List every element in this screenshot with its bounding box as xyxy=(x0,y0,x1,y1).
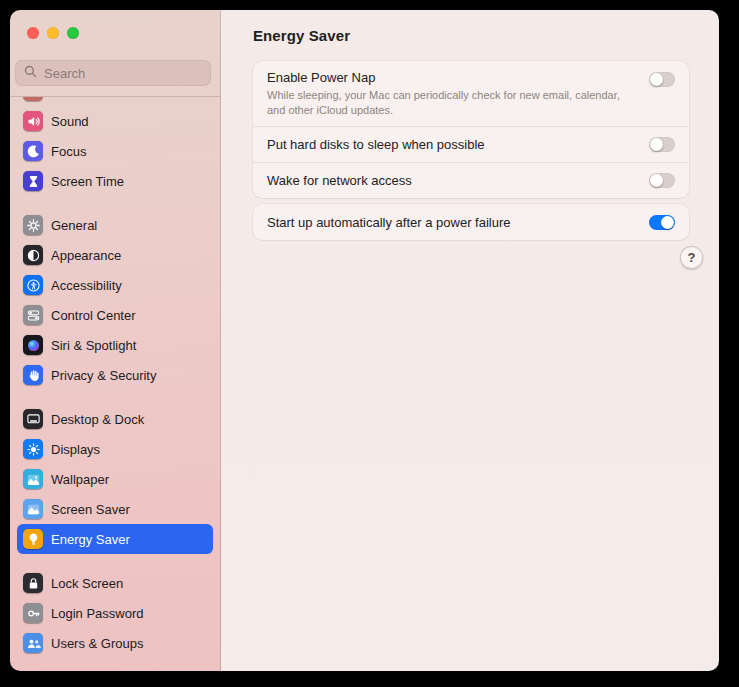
sidebar-item-accessibility[interactable]: Accessibility xyxy=(17,270,213,300)
gear-icon xyxy=(23,215,43,235)
toggle-knob xyxy=(661,216,674,229)
sidebar-item-label: Control Center xyxy=(51,308,136,323)
setting-text: Wake for network access xyxy=(267,173,412,188)
sidebar-item-screen-saver[interactable]: Screen Saver xyxy=(17,494,213,524)
toggle-knob xyxy=(650,73,663,86)
sidebar-item-label: Displays xyxy=(51,442,100,457)
users-icon xyxy=(23,633,43,653)
control-center-icon xyxy=(23,305,43,325)
search-icon xyxy=(24,64,37,82)
setting-text: Put hard disks to sleep when possible xyxy=(267,137,485,152)
setting-label: Put hard disks to sleep when possible xyxy=(267,137,485,152)
sidebar-item-label: Wallpaper xyxy=(51,472,109,487)
speaker-icon xyxy=(23,111,43,131)
sidebar: SoundFocusScreen TimeGeneralAppearanceAc… xyxy=(10,10,221,671)
search-input[interactable] xyxy=(42,65,202,82)
sidebar-item-label: Lock Screen xyxy=(51,576,123,591)
wallpaper-icon xyxy=(23,469,43,489)
sidebar-item-label: Accessibility xyxy=(51,278,122,293)
window-controls xyxy=(10,10,220,39)
sidebar-item-label: General xyxy=(51,218,97,233)
desktop-dock-icon xyxy=(23,409,43,429)
start-up-automatically-after-a-power-failure-toggle[interactable] xyxy=(649,215,675,230)
setting-label: Wake for network access xyxy=(267,173,412,188)
enable-power-nap-toggle[interactable] xyxy=(649,72,675,87)
sidebar-item-partial[interactable] xyxy=(17,96,213,106)
sidebar-item-label: Screen Saver xyxy=(51,502,130,517)
settings-row-put-hard-disks-to-sleep-when-possible: Put hard disks to sleep when possible xyxy=(253,126,689,162)
setting-description: While sleeping, your Mac can periodicall… xyxy=(267,88,633,117)
sidebar-item-label: Appearance xyxy=(51,248,121,263)
sidebar-list[interactable]: SoundFocusScreen TimeGeneralAppearanceAc… xyxy=(10,96,220,671)
sidebar-item-screen-time[interactable]: Screen Time xyxy=(17,166,213,196)
sidebar-item-control-center[interactable]: Control Center xyxy=(17,300,213,330)
sidebar-item-desktop-and-dock[interactable]: Desktop & Dock xyxy=(17,404,213,434)
sidebar-item-login-password[interactable]: Login Password xyxy=(17,598,213,628)
sidebar-item-siri-and-spotlight[interactable]: Siri & Spotlight xyxy=(17,330,213,360)
lightbulb-icon xyxy=(23,529,43,549)
settings-row-enable-power-nap: Enable Power NapWhile sleeping, your Mac… xyxy=(253,61,689,126)
lock-icon xyxy=(23,573,43,593)
appearance-icon xyxy=(23,245,43,265)
sidebar-group: Lock ScreenLogin PasswordUsers & Groups xyxy=(17,568,213,658)
settings-row-start-up-automatically-after-a-power-failure: Start up automatically after a power fai… xyxy=(253,204,689,240)
wake-for-network-access-toggle[interactable] xyxy=(649,173,675,188)
settings-group-card: Enable Power NapWhile sleeping, your Mac… xyxy=(253,61,689,198)
setting-label: Start up automatically after a power fai… xyxy=(267,215,511,230)
toggle-knob xyxy=(650,138,663,151)
sidebar-item-energy-saver[interactable]: Energy Saver xyxy=(17,524,213,554)
toggle-knob xyxy=(650,174,663,187)
sidebar-group: SoundFocusScreen Time xyxy=(17,96,213,196)
siri-icon xyxy=(23,335,43,355)
sidebar-item-label: Screen Time xyxy=(51,174,124,189)
hourglass-icon xyxy=(23,171,43,191)
put-hard-disks-to-sleep-when-possible-toggle[interactable] xyxy=(649,137,675,152)
sidebar-item-label: Login Password xyxy=(51,606,144,621)
screenshot-stage: SoundFocusScreen TimeGeneralAppearanceAc… xyxy=(0,0,739,687)
close-button[interactable] xyxy=(27,27,39,39)
sidebar-item-privacy-and-security[interactable]: Privacy & Security xyxy=(17,360,213,390)
key-icon xyxy=(23,603,43,623)
minimize-button[interactable] xyxy=(47,27,59,39)
moon-icon xyxy=(23,141,43,161)
sidebar-item-label: Privacy & Security xyxy=(51,368,156,383)
setting-label: Enable Power Nap xyxy=(267,70,633,85)
help-button[interactable]: ? xyxy=(680,246,703,269)
sidebar-group: Desktop & DockDisplaysWallpaperScreen Sa… xyxy=(17,404,213,554)
settings-row-wake-for-network-access: Wake for network access xyxy=(253,162,689,198)
sidebar-item-sound[interactable]: Sound xyxy=(17,106,213,136)
sidebar-item-label: Sound xyxy=(51,114,89,129)
sidebar-item-label: Energy Saver xyxy=(51,532,130,547)
sidebar-item-users-and-groups[interactable]: Users & Groups xyxy=(17,628,213,658)
sidebar-item-focus[interactable]: Focus xyxy=(17,136,213,166)
page-title: Energy Saver xyxy=(253,27,689,44)
sidebar-item-wallpaper[interactable]: Wallpaper xyxy=(17,464,213,494)
sidebar-item-appearance[interactable]: Appearance xyxy=(17,240,213,270)
search-field[interactable] xyxy=(15,60,211,86)
sidebar-item-lock-screen[interactable]: Lock Screen xyxy=(17,568,213,598)
settings-groups: Enable Power NapWhile sleeping, your Mac… xyxy=(253,61,689,240)
zoom-button[interactable] xyxy=(67,27,79,39)
accessibility-icon xyxy=(23,275,43,295)
sidebar-item-label: Siri & Spotlight xyxy=(51,338,136,353)
setting-text: Enable Power NapWhile sleeping, your Mac… xyxy=(267,70,633,117)
sidebar-item-general[interactable]: General xyxy=(17,210,213,240)
setting-text: Start up automatically after a power fai… xyxy=(267,215,511,230)
settings-group-card: Start up automatically after a power fai… xyxy=(253,204,689,240)
system-settings-window: SoundFocusScreen TimeGeneralAppearanceAc… xyxy=(10,10,719,671)
sidebar-item-displays[interactable]: Displays xyxy=(17,434,213,464)
display-brightness-icon xyxy=(23,439,43,459)
hand-icon xyxy=(23,365,43,385)
screensaver-icon xyxy=(23,499,43,519)
sidebar-item-label: Desktop & Dock xyxy=(51,412,144,427)
sidebar-item-label: Users & Groups xyxy=(51,636,143,651)
clipped-icon xyxy=(23,96,43,101)
sidebar-item-label: Focus xyxy=(51,144,86,159)
content-pane: Energy Saver Enable Power NapWhile sleep… xyxy=(221,10,719,671)
sidebar-group: GeneralAppearanceAccessibilityControl Ce… xyxy=(17,210,213,390)
